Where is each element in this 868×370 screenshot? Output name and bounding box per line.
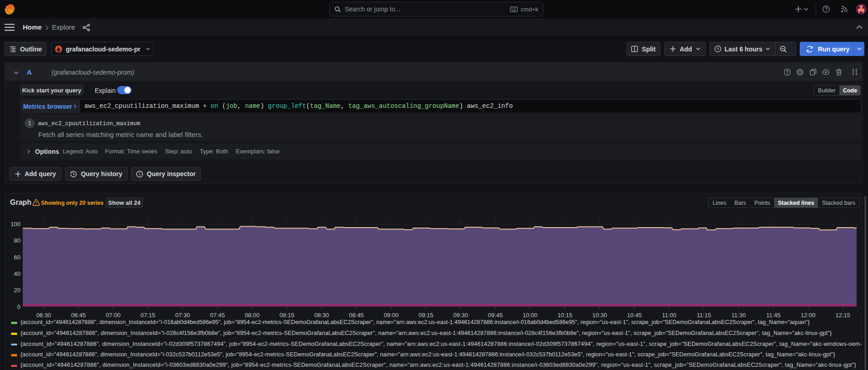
svg-text:09:00: 09:00 [384,312,399,319]
svg-text:07:30: 07:30 [175,312,190,319]
svg-text:09:45: 09:45 [488,312,503,319]
svg-text:12:00: 12:00 [801,312,816,319]
svg-text:07:00: 07:00 [106,312,121,319]
svg-text:11:30: 11:30 [731,312,746,319]
svg-text:12:15: 12:15 [836,312,851,319]
svg-text:06:30: 06:30 [36,312,51,319]
svg-text:100: 100 [10,221,20,228]
svg-text:60: 60 [14,254,20,261]
svg-text:10:30: 10:30 [592,312,607,319]
svg-text:10:00: 10:00 [523,312,538,319]
svg-text:11:15: 11:15 [697,312,711,319]
svg-text:06:45: 06:45 [71,312,86,319]
svg-text:10:15: 10:15 [557,312,572,319]
svg-text:11:45: 11:45 [766,312,781,319]
svg-text:07:45: 07:45 [210,312,225,319]
svg-text:07:15: 07:15 [141,312,156,319]
svg-text:20: 20 [14,287,20,294]
svg-text:09:30: 09:30 [453,312,468,319]
svg-text:10:45: 10:45 [627,312,642,319]
svg-text:08:00: 08:00 [245,312,260,319]
svg-text:0: 0 [17,304,20,310]
svg-text:08:15: 08:15 [280,312,295,319]
svg-text:09:15: 09:15 [419,312,434,319]
svg-text:80: 80 [14,237,20,244]
svg-text:40: 40 [14,270,20,277]
svg-text:08:30: 08:30 [314,312,329,319]
svg-text:08:45: 08:45 [349,312,364,319]
svg-text:11:00: 11:00 [662,312,677,319]
